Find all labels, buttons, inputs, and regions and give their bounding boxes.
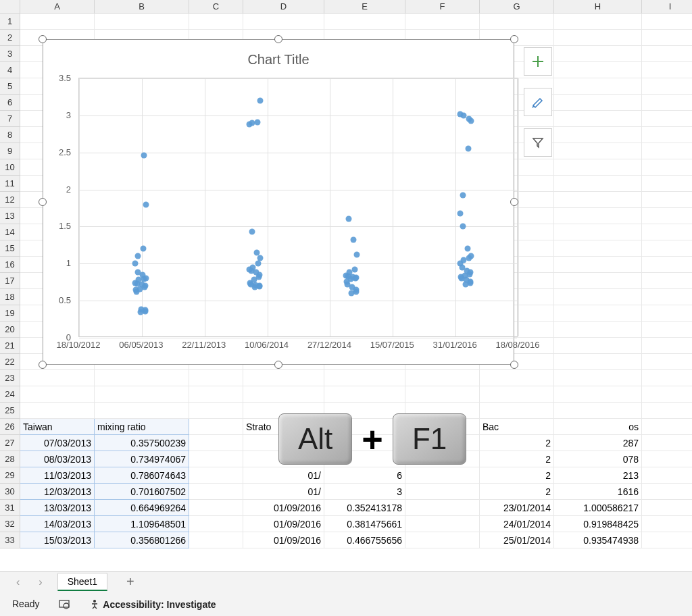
row-header-20[interactable]: 20	[0, 322, 20, 338]
col-header-D[interactable]: D	[243, 0, 324, 14]
row-header-29[interactable]: 29	[0, 467, 20, 484]
col-header-G[interactable]: G	[480, 0, 554, 14]
col-header-F[interactable]: F	[405, 0, 480, 14]
cell-A26[interactable]: Taiwan	[20, 419, 95, 435]
data-point[interactable]	[143, 201, 149, 207]
row-header-3[interactable]: 3	[0, 46, 20, 62]
cell-F23[interactable]	[405, 370, 480, 386]
cell-B27[interactable]: 0.357500239	[95, 435, 189, 451]
next-sheet-button[interactable]: ›	[34, 576, 46, 588]
data-point[interactable]	[458, 210, 464, 216]
col-header-C[interactable]: C	[189, 0, 243, 14]
cell-H17[interactable]	[554, 273, 642, 289]
data-point[interactable]	[132, 261, 139, 267]
row-header-2[interactable]: 2	[0, 30, 20, 46]
row-header-31[interactable]: 31	[0, 500, 20, 516]
cell-G33[interactable]: 25/01/2014	[480, 532, 554, 548]
data-point[interactable]	[465, 246, 471, 252]
cell-E30[interactable]: 3	[324, 484, 405, 500]
data-point[interactable]	[138, 307, 144, 313]
row-header-4[interactable]: 4	[0, 62, 20, 78]
row-header-13[interactable]: 13	[0, 208, 20, 224]
cell-A24[interactable]	[20, 386, 95, 403]
cell-H18[interactable]	[554, 289, 642, 305]
data-point[interactable]	[460, 224, 466, 230]
data-point[interactable]	[134, 270, 141, 276]
row-header-11[interactable]: 11	[0, 176, 20, 192]
cell-I19[interactable]	[642, 305, 692, 322]
cell-H23[interactable]	[554, 370, 642, 386]
data-point[interactable]	[465, 146, 471, 152]
cell-F24[interactable]	[405, 386, 480, 403]
new-sheet-button[interactable]: +	[118, 574, 143, 590]
resize-handle-tl[interactable]	[39, 35, 47, 43]
cell-G28[interactable]: 2	[480, 451, 554, 467]
cell-I27[interactable]	[642, 435, 692, 451]
cell-I13[interactable]	[642, 208, 692, 224]
cell-A31[interactable]: 13/03/2013	[20, 500, 95, 516]
cell-C30[interactable]	[189, 484, 243, 500]
resize-handle-bm[interactable]	[274, 361, 282, 369]
cell-G24[interactable]	[480, 386, 554, 403]
row-header-1[interactable]: 1	[0, 14, 20, 30]
cell-H22[interactable]	[554, 354, 642, 370]
cell-G1[interactable]	[480, 14, 554, 30]
cell-F31[interactable]	[405, 500, 480, 516]
chart-object[interactable]: Chart Title 00.511.522.533.518/10/201206…	[43, 39, 514, 365]
cell-H31[interactable]: 1.000586217	[554, 500, 642, 516]
data-point[interactable]	[460, 192, 466, 199]
resize-handle-mr[interactable]	[510, 198, 518, 206]
cell-H7[interactable]	[554, 111, 642, 127]
cell-H33[interactable]: 0.935474938	[554, 532, 642, 548]
row-header-26[interactable]: 26	[0, 419, 20, 435]
cell-I20[interactable]	[642, 322, 692, 338]
row-header-19[interactable]: 19	[0, 305, 20, 322]
cell-C33[interactable]	[189, 532, 243, 548]
col-header-A[interactable]: A	[20, 0, 95, 14]
row-header-15[interactable]: 15	[0, 240, 20, 257]
cell-D33[interactable]: 01/09/2016	[243, 532, 324, 548]
cell-H20[interactable]	[554, 322, 642, 338]
row-header-12[interactable]: 12	[0, 192, 20, 208]
col-header-H[interactable]: H	[554, 0, 642, 14]
row-header-10[interactable]: 10	[0, 159, 20, 176]
cell-I2[interactable]	[642, 30, 692, 46]
data-point[interactable]	[254, 249, 260, 255]
cell-H4[interactable]	[554, 62, 642, 78]
row-header-17[interactable]: 17	[0, 273, 20, 289]
resize-handle-br[interactable]	[510, 361, 518, 369]
cell-I12[interactable]	[642, 192, 692, 208]
cell-G23[interactable]	[480, 370, 554, 386]
row-header-7[interactable]: 7	[0, 111, 20, 127]
cell-G32[interactable]: 24/01/2014	[480, 516, 554, 532]
chart-filter-button[interactable]	[524, 128, 552, 157]
cell-C28[interactable]	[189, 451, 243, 467]
cell-I18[interactable]	[642, 289, 692, 305]
col-header-I[interactable]: I	[642, 0, 692, 14]
cell-D32[interactable]: 01/09/2016	[243, 516, 324, 532]
row-header-25[interactable]: 25	[0, 403, 20, 419]
row-header-9[interactable]: 9	[0, 143, 20, 159]
cell-I3[interactable]	[642, 46, 692, 62]
data-point[interactable]	[345, 216, 351, 222]
cell-C31[interactable]	[189, 500, 243, 516]
data-point[interactable]	[351, 267, 357, 273]
data-point[interactable]	[464, 268, 470, 274]
row-header-6[interactable]: 6	[0, 95, 20, 111]
cell-B33[interactable]: 0.356801266	[95, 532, 189, 548]
cell-I33[interactable]	[642, 532, 692, 548]
row-header-21[interactable]: 21	[0, 338, 20, 354]
cell-I16[interactable]	[642, 257, 692, 273]
cell-D1[interactable]	[243, 14, 324, 30]
cell-H9[interactable]	[554, 143, 642, 159]
cell-H5[interactable]	[554, 78, 642, 95]
cell-G27[interactable]: 2	[480, 435, 554, 451]
cell-I31[interactable]	[642, 500, 692, 516]
data-point[interactable]	[351, 237, 357, 243]
chart-styles-button[interactable]	[524, 88, 552, 116]
data-point[interactable]	[134, 253, 141, 259]
cell-A29[interactable]: 11/03/2013	[20, 467, 95, 484]
cell-F32[interactable]	[405, 516, 480, 532]
row-header-8[interactable]: 8	[0, 127, 20, 143]
cell-I6[interactable]	[642, 95, 692, 111]
